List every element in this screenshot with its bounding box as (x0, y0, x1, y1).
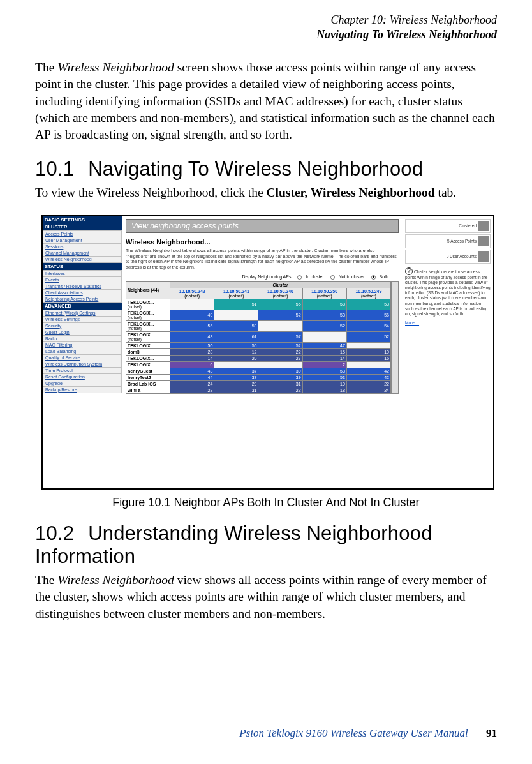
table-cell: 31 (258, 380, 302, 387)
more-link[interactable]: More ... (405, 320, 419, 325)
table-cell: 43 (170, 331, 214, 342)
sidebar-item[interactable]: Reset Configuration (43, 374, 122, 380)
stat-row: Clustered (405, 219, 491, 233)
p101-a: To view the Wireless Neighborhood, click… (35, 186, 266, 199)
secnum: 10.1 (35, 158, 74, 180)
sidebar-item[interactable]: Neighboring Access Points (43, 296, 122, 303)
table-cell (170, 299, 214, 310)
table-cell: 55 (258, 299, 302, 310)
table-cell: 39 (258, 368, 302, 374)
table-cell (214, 361, 258, 368)
table-cell (258, 361, 302, 368)
sidebar-item[interactable]: Load Balancing (43, 348, 122, 355)
sidebar-item[interactable]: Guest Login (43, 329, 122, 336)
table-cell: 51 (214, 299, 258, 310)
sidebar-item[interactable]: Security (43, 323, 122, 329)
radio-label: Not in cluster (339, 274, 365, 279)
sidebar-item[interactable]: Transmit / Receive Statistics (43, 283, 122, 290)
table-cell: 52 (302, 320, 346, 331)
sidebar-header: BASIC SETTINGS (43, 216, 122, 223)
table-cell: 2 (302, 361, 346, 368)
sidebar-item[interactable]: Quality of Service (43, 355, 122, 361)
stat-label: 0 User Accounts (407, 254, 477, 258)
table-cell: 24 (346, 387, 390, 393)
table-cell: TEKLOGIX... (126, 361, 170, 368)
sidebar-item[interactable]: Events (43, 277, 122, 283)
sidebar-item[interactable]: Radio (43, 336, 122, 342)
table-cell (258, 320, 302, 331)
table-cell: TEKLOGIX...(notset) (126, 320, 170, 331)
table-cell: 61 (214, 331, 258, 342)
table-cell: henryTest2 (126, 374, 170, 380)
filter-row: Display Neighboring APs: In clusterNot i… (126, 274, 399, 280)
table-cell: TEKLOGIX...(notset) (126, 299, 170, 310)
radio-label: Both (380, 274, 388, 279)
neighbors-table: Neighbors (44)Cluster10.10.50.242(notset… (126, 281, 391, 394)
chapter-label: Chapter 10: Wireless Neighborhood (35, 13, 497, 27)
table-cell: 56 (346, 310, 390, 320)
table-cell: dom3 (126, 348, 170, 355)
table-cell: TEKLOGIX... (126, 355, 170, 361)
sidebar-item[interactable]: User Management (43, 237, 122, 244)
sidebar-item[interactable]: MAC Filtering (43, 342, 122, 348)
table-cell: 42 (346, 374, 390, 380)
table-cell: 56 (170, 320, 214, 331)
sidebar-header: CLUSTER (43, 223, 122, 230)
sidebar-item[interactable]: Access Points (43, 230, 122, 237)
table-cell: TEKLOGIX... (126, 342, 170, 348)
table-cell: 50 (170, 342, 214, 348)
sidebar-item[interactable]: Interfaces (43, 270, 122, 277)
help-icon: ? (405, 267, 413, 275)
table-cell (346, 361, 390, 368)
table-cell: wi-fi-a (126, 387, 170, 393)
help-box: ?Cluster Neighbors are those access poin… (405, 267, 491, 326)
table-cell: 14 (302, 355, 346, 361)
table-cell: 54 (346, 320, 390, 331)
filter-label: Display Neighboring APs: (242, 274, 292, 279)
sidebar-item[interactable]: Wireless Distribution System (43, 361, 122, 368)
table-hold: Neighbors (44)Cluster10.10.50.242(notset… (126, 281, 391, 394)
sidebar-item[interactable]: Time Protocol (43, 368, 122, 374)
section-label: Navigating To Wireless Neighborhood (35, 27, 497, 42)
sidebar-item[interactable]: Upgrade (43, 380, 122, 387)
sidebar-item[interactable]: Channel Management (43, 250, 122, 257)
table-cell: 12 (214, 348, 258, 355)
sidebar-item[interactable]: Backup/Restore (43, 387, 122, 393)
table-cell: 44 (170, 374, 214, 380)
table-cell: 28 (170, 348, 214, 355)
radio-label: In cluster (306, 274, 323, 279)
screenshot-main: View neighboring access points Wireless … (122, 216, 403, 488)
heading-10-1: 10.1Navigating To Wireless Neighborhood (35, 158, 497, 181)
screenshot-sidebar: BASIC SETTINGSCLUSTERAccess PointsUser M… (43, 216, 122, 488)
table-cell: 22 (346, 380, 390, 387)
radio-both[interactable] (371, 275, 376, 280)
sidebar-item[interactable]: Sessions (43, 244, 122, 250)
radio-in-cluster[interactable] (297, 275, 302, 280)
sidebar-item[interactable]: Wireless Neighborhood (43, 257, 122, 263)
table-cell: 10.10.50.241(notset) (214, 288, 258, 299)
figure-caption: Figure 10.1 Neighbor APs Both In Cluster… (35, 496, 497, 509)
heading-10-2: 10.2Understanding Wireless Neighborhood … (35, 522, 497, 568)
stat-label: Clustered (407, 223, 477, 228)
sidebar-header: ADVANCED (43, 303, 122, 310)
paragraph-10-2: The Wireless Neighborhood view shows all… (35, 572, 497, 622)
p101-c: tab. (435, 186, 457, 199)
figure-wrap: BASIC SETTINGSCLUSTERAccess PointsUser M… (41, 215, 497, 490)
p101-b: Cluster, Wireless Neighborhood (266, 186, 434, 199)
radio-not-in-cluster[interactable] (330, 275, 335, 280)
table-cell: 6 (170, 361, 214, 368)
table-cell: TEKLOGIX...(notset) (126, 331, 170, 342)
page-number: 91 (486, 727, 497, 739)
sidebar-item[interactable]: Client Associations (43, 290, 122, 296)
table-cell: Brad Lab IOS (126, 380, 170, 387)
intro-paragraph: The Wireless Neighborhood screen shows t… (35, 59, 497, 144)
screenshot: BASIC SETTINGSCLUSTERAccess PointsUser M… (41, 215, 494, 490)
scrollbar[interactable] (391, 281, 399, 394)
table-cell: 10.10.50.240(notset) (258, 288, 302, 299)
table-cell: 53 (302, 310, 346, 320)
table-cell: 20 (214, 355, 258, 361)
sidebar-item[interactable]: Ethernet (Wired) Settings (43, 310, 122, 317)
sidebar-item[interactable]: Wireless Settings (43, 317, 122, 323)
table-cell: 10.10.50.250(notset) (302, 288, 346, 299)
table-cell: 52 (258, 342, 302, 348)
